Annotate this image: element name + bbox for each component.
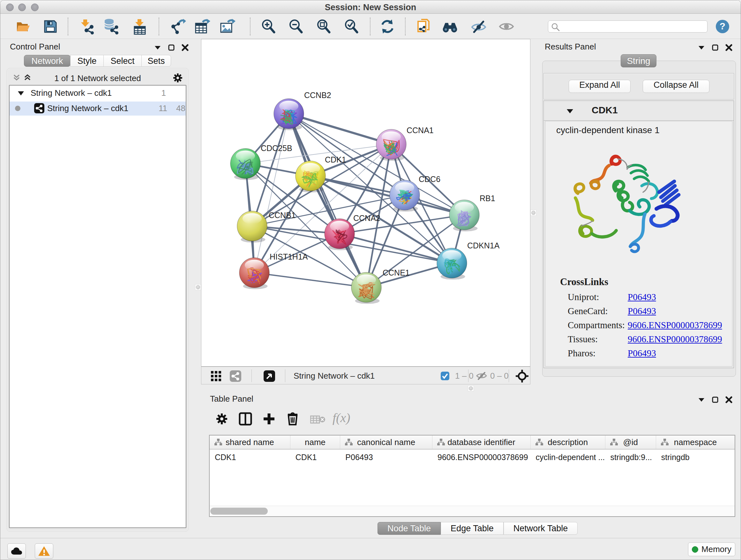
column-header[interactable]: database identifier: [432, 435, 531, 449]
zoom-out-button[interactable]: [287, 18, 304, 35]
tab-sets[interactable]: Sets: [141, 55, 171, 67]
delete-column-icon[interactable]: [286, 412, 299, 426]
import-network-icon: [79, 18, 95, 35]
fit-selected-crosshair-icon[interactable]: [516, 370, 529, 382]
column-header[interactable]: name: [290, 435, 340, 449]
export-table-icon: [194, 18, 210, 35]
eye-icon: [498, 18, 515, 35]
panel-menu-icon[interactable]: [698, 45, 705, 50]
import-network-database-button[interactable]: [103, 18, 119, 35]
show-all-button[interactable]: [498, 18, 515, 35]
expand-all-button[interactable]: Expand All: [569, 80, 630, 93]
toolbar-separator: [68, 17, 68, 36]
tab-edge-table[interactable]: Edge Table: [441, 522, 503, 535]
column-header[interactable]: @id: [605, 435, 656, 449]
save-session-button[interactable]: [42, 18, 59, 35]
hide-selected-button[interactable]: [470, 18, 487, 35]
crosslink-row: Tissues:9606.ENSP00000378699: [568, 332, 722, 346]
network-tree: String Network – cdk1 1 String Network –…: [9, 85, 186, 528]
column-header[interactable]: shared name: [210, 435, 290, 449]
tab-node-table[interactable]: Node Table: [378, 522, 441, 535]
warnings-button[interactable]: [35, 543, 53, 559]
scrollbar-thumb[interactable]: [210, 508, 268, 515]
zoom-in-button[interactable]: [260, 18, 277, 35]
refresh-view-button[interactable]: [379, 18, 396, 35]
float-panel-icon[interactable]: [712, 396, 718, 403]
table-settings-gear-icon[interactable]: [215, 412, 228, 426]
column-header[interactable]: description: [531, 435, 605, 449]
zoom-selected-button[interactable]: [343, 18, 360, 35]
title-bar: Session: New Session: [0, 0, 741, 14]
cell-name: CDK1: [290, 450, 340, 464]
memory-button[interactable]: Memory: [688, 543, 735, 556]
network-collection-row[interactable]: String Network – cdk1 1: [10, 86, 186, 100]
horizontal-splitter-handle[interactable]: [468, 385, 474, 391]
birds-eye-view-icon[interactable]: [230, 370, 241, 382]
node-CDC6[interactable]: [390, 180, 420, 212]
column-header[interactable]: canonical name: [340, 435, 432, 449]
import-table-file-button[interactable]: [131, 18, 148, 35]
network-options-gear-icon[interactable]: [172, 72, 183, 83]
selected-checkbox-icon[interactable]: [441, 372, 449, 380]
panel-menu-icon[interactable]: [698, 397, 705, 402]
node-CCNE1[interactable]: [351, 272, 381, 304]
first-neighbors-button[interactable]: [442, 18, 458, 35]
node-RB1[interactable]: [449, 200, 479, 232]
table-row[interactable]: CDK1 CDK1 P06493 9606.ENSP00000378699 cy…: [210, 450, 735, 464]
results-tab-string[interactable]: String: [621, 54, 657, 67]
crosslink-value-link[interactable]: 9606.ENSP00000378699: [628, 320, 722, 330]
tree-expander-icon[interactable]: [17, 91, 24, 96]
node-CCNB1[interactable]: [237, 211, 267, 243]
close-panel-icon[interactable]: [725, 44, 732, 51]
export-table-button[interactable]: [194, 18, 210, 35]
cloud-status-button[interactable]: [7, 543, 26, 559]
column-header[interactable]: namespace: [656, 435, 735, 449]
float-panel-icon[interactable]: [712, 44, 718, 51]
gene-section-header[interactable]: CDK1: [544, 101, 734, 121]
network-canvas[interactable]: CCNB2CCNA1CDC25BCDK1CDC6RB1CCNB1CCNA2CDK…: [201, 39, 530, 367]
crosslink-value-link[interactable]: P06493: [628, 306, 656, 316]
zoom-fit-button[interactable]: [315, 18, 332, 35]
float-panel-icon[interactable]: [168, 44, 175, 51]
clone-network-button[interactable]: [416, 18, 433, 35]
import-network-file-button[interactable]: [79, 18, 95, 35]
close-panel-icon[interactable]: [182, 44, 189, 51]
export-image-button[interactable]: [219, 18, 235, 35]
select-columns-icon[interactable]: [239, 412, 252, 426]
current-network-name: String Network – cdk1: [293, 371, 375, 381]
grid-view-icon[interactable]: [211, 371, 221, 381]
crosslink-row: Uniprot:P06493: [568, 290, 722, 304]
crosslink-value-link[interactable]: P06493: [628, 292, 656, 302]
node-HIST1H1A[interactable]: [239, 258, 269, 289]
node-CCNA1[interactable]: [376, 129, 406, 161]
horizontal-scrollbar[interactable]: [210, 506, 735, 516]
search-input[interactable]: [562, 21, 705, 32]
tab-style[interactable]: Style: [70, 55, 104, 67]
node-CDK1[interactable]: [295, 161, 326, 192]
hidden-eye-slash-icon: [476, 372, 487, 380]
open-in-window-icon[interactable]: [264, 370, 275, 382]
eye-slash-icon: [470, 18, 487, 35]
left-splitter-handle[interactable]: [195, 284, 201, 290]
node-CDKN1A[interactable]: [437, 248, 467, 280]
tab-select[interactable]: Select: [104, 55, 142, 67]
tab-network[interactable]: Network: [24, 55, 71, 67]
section-collapse-icon[interactable]: [566, 109, 574, 114]
open-session-button[interactable]: [15, 18, 31, 35]
node-CCNA2[interactable]: [325, 219, 354, 250]
network-row-selected[interactable]: String Network – cdk1 11 48: [10, 102, 186, 116]
tab-network-table[interactable]: Network Table: [503, 522, 578, 535]
crosslink-value-link[interactable]: P06493: [628, 348, 656, 358]
panel-menu-icon[interactable]: [154, 45, 161, 50]
network-graph[interactable]: CCNB2CCNA1CDC25BCDK1CDC6RB1CCNB1CCNA2CDK…: [201, 39, 530, 366]
help-button[interactable]: ?: [714, 18, 731, 35]
export-network-button[interactable]: [170, 18, 186, 35]
search-field: [548, 20, 708, 33]
collapse-all-button[interactable]: Collapse All: [643, 80, 710, 93]
column-namespace-icon: [661, 438, 669, 446]
add-column-icon[interactable]: [262, 412, 276, 426]
close-panel-icon[interactable]: [725, 396, 732, 403]
node-CDC25B[interactable]: [230, 148, 260, 180]
crosslink-value-link[interactable]: 9606.ENSP00000378699: [628, 334, 722, 344]
zoom-fit-icon: [315, 18, 332, 35]
